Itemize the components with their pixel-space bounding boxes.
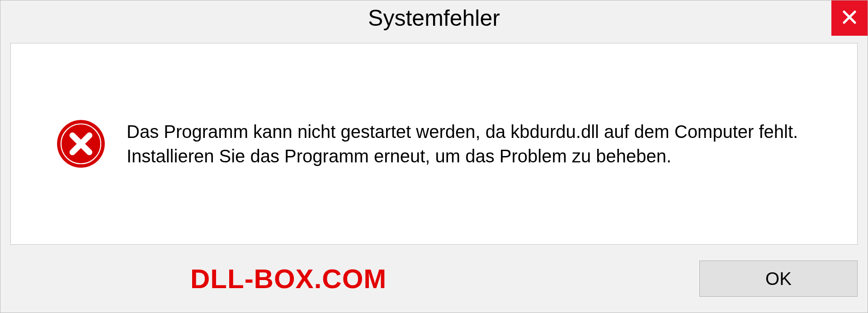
dialog-footer: DLL-BOX.COM OK [0,245,868,313]
watermark-text: DLL-BOX.COM [190,263,387,294]
titlebar: Systemfehler [0,0,868,36]
close-icon [841,9,858,27]
ok-button[interactable]: OK [699,261,858,297]
close-button[interactable] [831,0,868,36]
error-message: Das Programm kann nicht gestartet werden… [127,119,821,168]
content-panel: Das Programm kann nicht gestartet werden… [10,43,858,245]
error-dialog: Systemfehler Das Programm kann nicht ges… [0,0,868,313]
dialog-title: Systemfehler [368,5,500,31]
error-icon [56,119,106,169]
